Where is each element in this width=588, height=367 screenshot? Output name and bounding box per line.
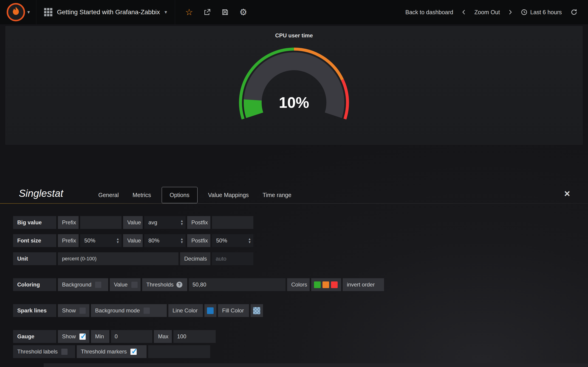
threshold-markers-label: Threshold markers (81, 348, 127, 355)
background-label: Background (62, 282, 91, 288)
value-stat-selected: avg (148, 219, 157, 226)
close-editor-button[interactable]: × (564, 189, 570, 199)
background-mode-checkbox[interactable] (144, 308, 150, 314)
tab-value-mappings[interactable]: Value Mappings (201, 192, 256, 198)
top-navbar: ▾ Getting Started with Grafana-Zabbix ▾ … (0, 0, 588, 24)
line-color-label: Line Color (168, 304, 203, 317)
share-button[interactable] (204, 8, 211, 16)
coloring-row: Coloring Background Value Thresholds ? C… (13, 278, 384, 291)
background-checkbox[interactable] (95, 282, 101, 288)
grafana-menu[interactable]: ▾ (0, 0, 36, 24)
value-label: Value (123, 234, 143, 247)
refresh-button[interactable] (571, 9, 578, 16)
big-value-postfix-input[interactable] (212, 216, 253, 229)
spark-show-checkbox[interactable] (79, 308, 86, 314)
prefix-font-size-select[interactable]: 50% (80, 234, 121, 247)
postfix-font-size-select[interactable]: 50% (212, 234, 253, 247)
time-range-label: Last 6 hours (530, 9, 562, 16)
big-value-label: Big value (13, 216, 56, 229)
postfix-label: Postfix (187, 216, 210, 229)
dashboard-title-dropdown[interactable]: Getting Started with Grafana-Zabbix ▾ (36, 0, 175, 24)
star-button[interactable]: ☆ (185, 8, 193, 17)
invert-order-button[interactable]: invert order (343, 278, 384, 291)
gauge-value-arc (253, 100, 255, 115)
color-swatch-orange[interactable] (322, 282, 329, 288)
decimals-input[interactable] (212, 252, 253, 265)
min-label: Min (91, 330, 109, 343)
big-value-prefix-input[interactable] (80, 216, 121, 229)
save-button[interactable] (221, 8, 229, 16)
value-size-selected: 80% (148, 237, 159, 244)
tabs-underline (0, 203, 588, 204)
save-icon (221, 8, 229, 16)
dashboard-page: CPU user time 10% Singlestat General Met… (0, 24, 588, 367)
fill-color-label: Fill Color (218, 304, 249, 317)
value-font-size-select[interactable]: 80% (144, 234, 186, 247)
thresholds-input[interactable] (189, 278, 285, 291)
color-swatch-green[interactable] (314, 282, 321, 288)
zoom-out-button[interactable]: Zoom Out (474, 9, 500, 16)
line-color-swatch[interactable] (207, 307, 214, 314)
unit-label: Unit (13, 252, 56, 265)
empty-cell (148, 345, 210, 358)
panel-type-title: Singlestat (19, 188, 63, 199)
tab-options[interactable]: Options (162, 187, 198, 203)
dashboard-icon (44, 8, 52, 16)
colors-label: Colors (287, 278, 310, 291)
coloring-label: Coloring (13, 278, 56, 291)
fill-color-swatch[interactable] (253, 307, 260, 314)
gauge-row: Gauge Show Min Max (13, 330, 384, 343)
coloring-value-toggle: Value (110, 278, 141, 291)
grafana-logo (6, 2, 26, 22)
gauge-show-checkbox[interactable] (79, 334, 86, 340)
refresh-icon (571, 9, 578, 16)
tab-metrics[interactable]: Metrics (126, 192, 158, 198)
threshold-markers-toggle: Threshold markers (77, 345, 147, 358)
threshold-labels-label: Threshold labels (17, 348, 58, 355)
threshold-colors (311, 278, 341, 291)
tab-time-range[interactable]: Time range (256, 192, 298, 198)
decimals-label: Decimals (180, 252, 210, 265)
gauge-show-toggle: Show (58, 330, 89, 343)
gauge-min-input[interactable] (111, 330, 152, 343)
line-color-cell (204, 304, 216, 317)
gauge-value-text: 10% (279, 94, 309, 111)
value-label: Value (123, 216, 143, 229)
star-icon: ☆ (185, 8, 193, 17)
font-size-row: Font size Prefix 50% Value 80% Postfix 5… (13, 234, 384, 247)
stepper-icon (181, 237, 183, 244)
prefix-label: Prefix (58, 216, 78, 229)
threshold-markers-checkbox[interactable] (130, 349, 137, 355)
color-swatch-red[interactable] (331, 282, 338, 288)
back-to-dashboard-button[interactable]: Back to dashboard (405, 9, 453, 16)
settings-button[interactable]: ⚙ (239, 8, 247, 17)
threshold-labels-toggle: Threshold labels (13, 345, 75, 358)
threshold-toggles-row: Threshold labels Threshold markers (13, 345, 384, 358)
options-form: Big value Prefix Value avg Postfix Font … (13, 216, 384, 363)
max-label: Max (154, 330, 172, 343)
time-forward-button[interactable] (509, 9, 512, 15)
gauge-label: Gauge (13, 330, 56, 343)
gauge-max-input[interactable] (173, 330, 216, 343)
background-mode-toggle: Background mode (91, 304, 167, 317)
chevron-right-icon (509, 9, 512, 15)
help-icon[interactable]: ? (176, 282, 182, 288)
font-size-label: Font size (13, 234, 56, 247)
prefix-size-selected: 50% (84, 237, 95, 244)
time-back-button[interactable] (462, 9, 466, 15)
gear-icon: ⚙ (239, 8, 247, 17)
time-range-picker[interactable]: Last 6 hours (521, 9, 562, 16)
threshold-labels-checkbox[interactable] (61, 349, 68, 355)
unit-picker[interactable]: percent (0-100) (58, 252, 179, 265)
background-mode-label: Background mode (95, 307, 140, 314)
next-panel-edge (44, 363, 588, 367)
value-checkbox[interactable] (131, 282, 138, 288)
panel-title: CPU user time (6, 26, 582, 39)
show-label: Show (62, 307, 76, 314)
spark-lines-row: Spark lines Show Background mode Line Co… (13, 304, 384, 317)
gauge-chart: 10% (221, 45, 367, 136)
stepper-icon (117, 237, 119, 244)
singlestat-panel: CPU user time 10% (6, 26, 582, 144)
value-stat-select[interactable]: avg (144, 216, 186, 229)
tab-general[interactable]: General (91, 192, 126, 198)
